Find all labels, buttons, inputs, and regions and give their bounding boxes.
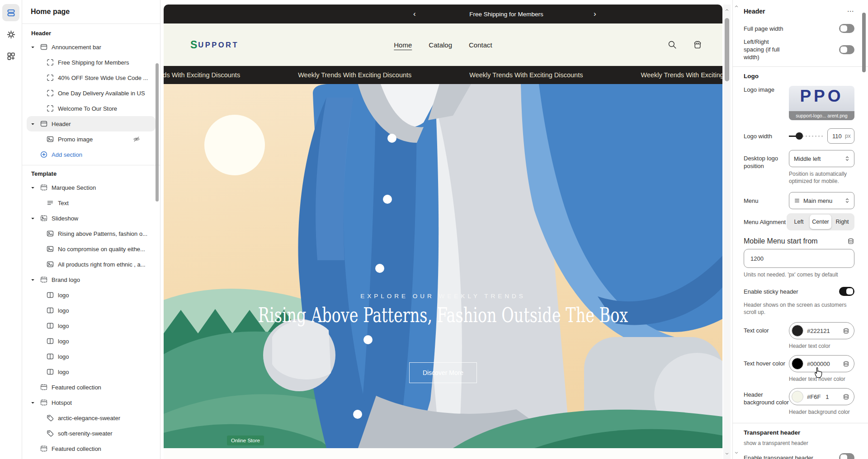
dynamic-source-icon[interactable]: [843, 393, 849, 400]
dynamic-source-icon[interactable]: [843, 328, 849, 334]
sticky-header-toggle[interactable]: [839, 287, 854, 296]
logo-image-thumbnail[interactable]: PPO support-logo... arent.png: [789, 86, 854, 120]
desktop-logo-position-value: Middle left: [794, 155, 844, 162]
tree-item-label: Marquee Section: [52, 184, 96, 191]
sidebar-scrollbar[interactable]: [156, 63, 159, 201]
chevron-down-icon[interactable]: [30, 122, 35, 126]
tree-item-label: Add section: [52, 151, 82, 158]
chevron-down-icon[interactable]: [30, 185, 35, 190]
tree-item-logo[interactable]: logo: [27, 349, 156, 364]
scroll-up-icon[interactable]: [733, 3, 740, 10]
section-dashed-icon: [40, 399, 47, 406]
tree-item-no-compromise-on-quality-eithe[interactable]: No compromise on quality eithe...: [27, 241, 156, 257]
header-bg-color-label: Header background color: [744, 391, 789, 406]
columns-icon: [47, 337, 54, 345]
tree-item-label: Slideshow: [52, 215, 78, 222]
announcement-prev-arrow[interactable]: ‹: [413, 5, 416, 23]
tree-item-one-day-delivery-available-in-us[interactable]: One Day Delivery Available in US: [27, 85, 156, 101]
tree-item-logo[interactable]: logo: [27, 318, 156, 333]
tree-item-slideshow[interactable]: Slideshow: [27, 211, 156, 226]
mobile-menu-input[interactable]: [744, 249, 854, 268]
dynamic-source-icon[interactable]: [843, 361, 849, 367]
marquee-section[interactable]: Weekly Trends With Exciting DiscountsWee…: [164, 66, 722, 84]
search-icon[interactable]: [667, 40, 677, 50]
preview-scrollbar[interactable]: [723, 5, 731, 459]
sections-sidebar: Home page HeaderAnnouncement barFree Shi…: [22, 0, 160, 459]
hamburger-icon: [794, 197, 800, 204]
menu-select[interactable]: Main menu: [789, 192, 854, 209]
tree-item-soft-serenity-sweater[interactable]: soft-serenity-sweater: [27, 426, 156, 441]
nav-link-contact[interactable]: Contact: [469, 41, 492, 49]
dynamic-source-icon[interactable]: [847, 238, 854, 245]
scroll-down-icon[interactable]: [733, 449, 740, 456]
scroll-down-icon[interactable]: [723, 450, 731, 457]
header-bg-color-helper: Header background color: [789, 408, 854, 416]
menu-align-center[interactable]: Center: [810, 215, 831, 229]
tree-item-announcement-bar[interactable]: Announcement bar: [27, 39, 156, 55]
add-section-button[interactable]: Add section: [27, 147, 156, 162]
announcement-next-arrow[interactable]: ›: [594, 5, 596, 23]
scroll-up-icon[interactable]: [723, 6, 731, 14]
full-page-width-label: Full page width: [744, 25, 783, 33]
logo-width-input[interactable]: [832, 133, 845, 140]
menu-align-right[interactable]: Right: [831, 215, 853, 229]
next-section-strip: [164, 448, 722, 459]
tree-item-hotspot[interactable]: Hotspot: [27, 395, 156, 410]
announcement-bar[interactable]: ‹ Free Shipping for Members ›: [164, 5, 722, 23]
tree-item-logo[interactable]: logo: [27, 287, 156, 303]
logo-width-label: Logo width: [744, 132, 772, 140]
tree-item-collections-category[interactable]: Collections category: [27, 456, 156, 459]
tree-item-rising-above-patterns-fashion-o[interactable]: Rising above Patterns, fashion o...: [27, 226, 156, 241]
tree-item-brand-logo[interactable]: Brand logo: [27, 272, 156, 287]
columns-icon: [47, 353, 54, 360]
menu-align-left[interactable]: Left: [788, 215, 810, 229]
bag-icon[interactable]: [693, 40, 703, 50]
tree-item-promo-image[interactable]: Promo image: [27, 131, 156, 147]
tree-item-logo[interactable]: logo: [27, 303, 156, 318]
tree-item-header[interactable]: Header: [27, 116, 156, 131]
desktop-logo-position-select[interactable]: Middle left: [789, 150, 854, 167]
hero-slideshow[interactable]: EXPLORE OUR WEEKLY TRENDS Rising Above P…: [164, 84, 722, 448]
preview-scrollbar-thumb[interactable]: [725, 18, 729, 81]
tree-item-all-products-right-from-ethnic-a[interactable]: All products right from ethnic , a...: [27, 257, 156, 272]
chevron-down-icon[interactable]: [30, 277, 35, 282]
image-icon: [47, 245, 54, 253]
sections-tab-button[interactable]: [2, 4, 19, 21]
mobile-menu-label: Mobile Menu start from: [744, 237, 818, 245]
lr-spacing-toggle[interactable]: [839, 45, 854, 54]
nav-link-home[interactable]: Home: [394, 41, 412, 49]
chevron-down-icon[interactable]: [30, 216, 35, 221]
tree-item-welcome-to-our-store[interactable]: Welcome To Our Store: [27, 101, 156, 116]
text-hover-color-label: Text hover color: [744, 360, 785, 367]
tree-item-text[interactable]: Text: [27, 195, 156, 211]
tree-item-label: logo: [58, 307, 69, 314]
app-embeds-button[interactable]: [2, 47, 19, 65]
inspector-scrollbar-thumb[interactable]: [862, 13, 866, 72]
full-page-width-toggle[interactable]: [839, 24, 854, 33]
chevron-down-icon[interactable]: [30, 45, 35, 50]
eye-off-icon[interactable]: [133, 136, 140, 143]
header-bg-color-picker[interactable]: #F6F 1: [789, 388, 854, 405]
block-icon: [47, 89, 54, 97]
discover-more-button[interactable]: Discover More: [409, 362, 477, 383]
more-options-icon[interactable]: ⋯: [847, 7, 855, 15]
section-dashed-icon: [40, 384, 47, 391]
logo-width-slider[interactable]: [789, 132, 824, 140]
tree-item-logo[interactable]: logo: [27, 333, 156, 349]
theme-settings-button[interactable]: [2, 26, 19, 43]
chevron-down-icon[interactable]: [30, 400, 35, 405]
tree-item-marquee-section[interactable]: Marquee Section: [27, 180, 156, 195]
tree-item-logo[interactable]: logo: [27, 364, 156, 379]
tree-item-featured-collection[interactable]: Featured collection: [27, 441, 156, 456]
tree-item-label: arctic-elegance-sweater: [58, 415, 120, 422]
storefront-header-icons: [667, 23, 703, 66]
enable-transparent-toggle[interactable]: [839, 453, 854, 459]
nav-link-catalog[interactable]: Catalog: [429, 41, 452, 49]
tag-icon: [47, 414, 54, 422]
tree-item-arctic-elegance-sweater[interactable]: arctic-elegance-sweater: [27, 410, 156, 426]
store-logo[interactable]: SUPPORT: [190, 23, 239, 66]
tree-item-40-off-store-wide-use-code[interactable]: 40% OFF Store Wide Use Code ...: [27, 70, 156, 85]
text-color-picker[interactable]: #222121: [789, 322, 854, 339]
tree-item-featured-collection[interactable]: Featured collection: [27, 379, 156, 395]
tree-item-free-shipping-for-members[interactable]: Free Shipping for Members: [27, 55, 156, 70]
